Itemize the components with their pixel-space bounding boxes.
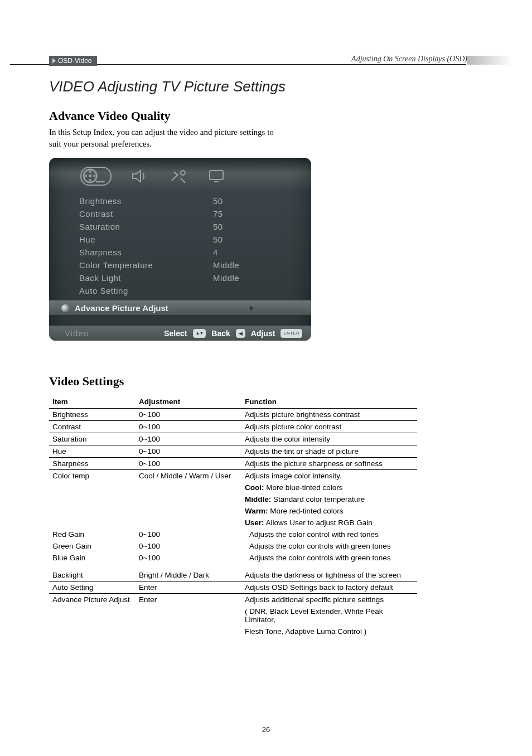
cell-adjustment <box>136 626 241 637</box>
cell-function: Adjusts the color controls with green to… <box>241 552 417 564</box>
cell-item: Color temp <box>49 470 136 482</box>
cell-adjustment: 0~100 <box>136 421 241 433</box>
cell-adjustment: Bright / Middle / Dark <box>136 569 241 581</box>
updown-key-icon <box>193 329 206 338</box>
enter-key-icon <box>280 329 302 338</box>
osd-menu-row: Back LightMiddle <box>79 272 290 284</box>
osd-tab-label: OSD-Video <box>58 57 91 65</box>
table-row: Contrast0~100Adjusts picture color contr… <box>49 421 417 433</box>
osd-footer-select: Select <box>164 329 187 338</box>
cell-adjustment <box>136 605 241 626</box>
th-function: Function <box>241 395 417 409</box>
bullet-icon <box>61 304 69 312</box>
cell-adjustment <box>136 517 241 529</box>
function-key: Cool: <box>245 483 264 492</box>
th-adjustment: Adjustment <box>136 395 241 409</box>
cell-adjustment: Cool / Middle / Warm / User <box>136 470 241 482</box>
svg-rect-7 <box>210 171 223 180</box>
section-avq-title: Advance Video Quality <box>49 109 467 123</box>
chevron-right-icon <box>52 58 56 64</box>
osd-menu-label: Auto Setting <box>79 286 213 295</box>
cell-function: Flesh Tone, Adaptive Luma Control ) <box>241 626 417 637</box>
tools-icon <box>167 168 190 184</box>
page-number: 26 <box>0 725 532 734</box>
osd-menu-value: 50 <box>213 222 223 231</box>
osd-menu-row: Saturation50 <box>79 220 290 233</box>
svg-point-2 <box>89 171 91 173</box>
table-row: Green Gain0~100Adjusts the color control… <box>49 540 417 552</box>
osd-icon-row <box>55 163 306 191</box>
cell-adjustment: 0~100 <box>136 552 241 564</box>
cell-adjustment: 0~100 <box>136 540 241 552</box>
cell-function: Adjusts the color intensity <box>241 433 417 445</box>
osd-footer-adjust: Adjust <box>251 329 275 338</box>
table-row <box>49 564 417 569</box>
table-row: Color tempCool / Middle / Warm / UserAdj… <box>49 470 417 482</box>
table-row: Flesh Tone, Adaptive Luma Control ) <box>49 626 417 637</box>
function-key: Middle: <box>245 495 271 503</box>
page-title: VIDEO Adjusting TV Picture Settings <box>49 78 467 95</box>
cell-adjustment <box>136 482 241 493</box>
table-row: Sharpness0~100Adjusts the picture sharpn… <box>49 458 417 470</box>
cell-adjustment <box>136 493 241 505</box>
cell-item: Red Gain <box>49 529 136 540</box>
table-row: Saturation0~100Adjusts the color intensi… <box>49 433 417 445</box>
intro-line2: suit your personal preferences. <box>49 139 152 148</box>
svg-point-3 <box>89 180 91 182</box>
osd-footer-back: Back <box>211 329 230 338</box>
osd-menu-value: 50 <box>213 235 223 244</box>
cell-item <box>49 482 136 493</box>
osd-menu-row: Brightness50 <box>79 195 290 207</box>
function-desc: Standard color temperature <box>271 495 365 503</box>
cell-item: Green Gain <box>49 540 136 552</box>
cell-item <box>49 517 136 529</box>
svg-point-6 <box>181 171 185 175</box>
cell-adjustment: Enter <box>136 581 241 594</box>
cell-item: Backlight <box>49 569 136 581</box>
speaker-icon <box>128 168 151 184</box>
cell-function: Adjusts OSD Settings back to factory def… <box>241 581 417 594</box>
osd-menu-value: 75 <box>213 209 223 219</box>
osd-menu-label: Brightness <box>79 196 213 206</box>
osd-selected-row: Advance Picture Adjust <box>49 301 311 316</box>
cell-adjustment: 0~100 <box>136 458 241 470</box>
osd-footer: Video Select Back Adjust <box>49 326 311 341</box>
cell-function: Adjusts the darkness or lightness of the… <box>241 569 417 581</box>
cell-item <box>49 493 136 505</box>
cell-item: Saturation <box>49 433 136 445</box>
osd-menu-label: Back Light <box>79 273 213 283</box>
cell-adjustment: 0~100 <box>136 529 241 540</box>
table-row: Warm: More red-tinted colors <box>49 505 417 517</box>
cell-adjustment: Enter <box>136 594 241 606</box>
osd-selected-label: Advance Picture Adjust <box>75 303 168 313</box>
cell-item: Hue <box>49 445 136 458</box>
breadcrumb: Adjusting On Screen Displays (OSD) <box>351 55 467 64</box>
cell-item <box>49 626 136 637</box>
cell-item: Blue Gain <box>49 552 136 564</box>
osd-menu-list: Brightness50Contrast75Saturation50Hue50S… <box>55 191 306 297</box>
osd-menu-label: Contrast <box>79 209 213 219</box>
osd-menu-label: Hue <box>79 235 213 244</box>
table-row: Brightness0~100Adjusts picture brightnes… <box>49 409 417 421</box>
header-fade <box>467 56 512 65</box>
cell-function: Adjusts the tint or shade of picture <box>241 445 417 458</box>
svg-point-5 <box>93 175 95 177</box>
screen-icon <box>206 168 229 184</box>
table-row: Hue0~100Adjusts the tint or shade of pic… <box>49 445 417 458</box>
osd-menu-label: Saturation <box>79 222 213 231</box>
function-desc: Allows User to adjust RGB Gain <box>264 518 373 527</box>
film-reel-icon <box>80 167 112 186</box>
osd-menu-row: Contrast75 <box>79 207 290 220</box>
table-row: BacklightBright / Middle / DarkAdjusts t… <box>49 569 417 581</box>
cell-function: Adjusts picture brightness contrast <box>241 409 417 421</box>
cell-item <box>49 505 136 517</box>
osd-screenshot: Brightness50Contrast75Saturation50Hue50S… <box>49 158 311 341</box>
chevron-right-icon <box>250 306 254 311</box>
table-row: Red Gain0~100Adjusts the color control w… <box>49 529 417 540</box>
osd-menu-label: Color Temperature <box>79 260 213 270</box>
osd-menu-row: Color TemperatureMiddle <box>79 259 290 272</box>
function-desc: More red-tinted colors <box>268 507 344 515</box>
cell-function: Adjusts the color controls with green to… <box>241 540 417 552</box>
cell-function: Adjusts additional specific picture sett… <box>241 594 417 606</box>
cell-item: Contrast <box>49 421 136 433</box>
